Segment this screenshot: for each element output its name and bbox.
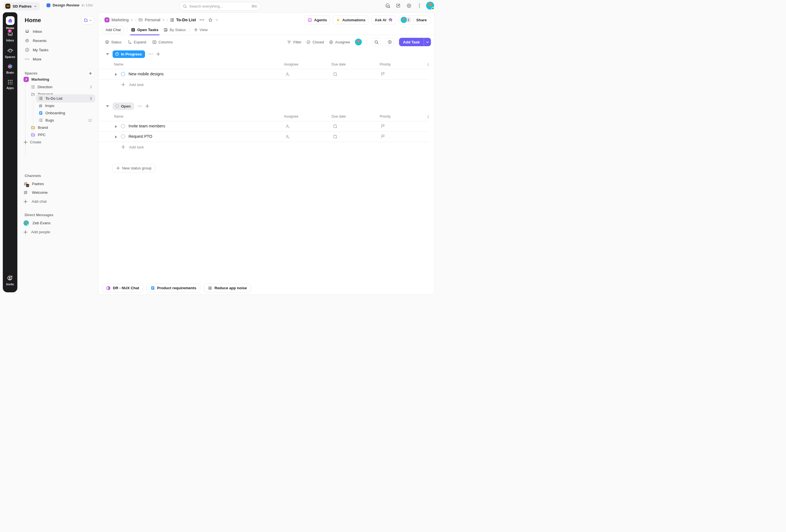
search-tasks-button[interactable] [372, 38, 380, 46]
column-name[interactable]: Name [114, 115, 123, 118]
task-status-circle[interactable] [121, 134, 125, 139]
list-item-todo-selected[interactable]: To-Do List [39, 95, 63, 102]
view-settings-button[interactable] [386, 38, 394, 46]
compose-button[interactable] [394, 2, 402, 9]
assignee-add-icon[interactable] [285, 134, 290, 139]
column-assignee[interactable]: Assignee [284, 63, 298, 66]
column-due-date[interactable]: Due date [331, 63, 346, 66]
column-name[interactable]: Name [114, 63, 123, 66]
closed-filter-button[interactable]: Closed [306, 40, 324, 44]
sidebar-compose-button[interactable] [81, 16, 94, 24]
collapse-group-toggle[interactable] [106, 105, 109, 107]
task-row[interactable]: Request PTO [98, 132, 429, 142]
column-due-date[interactable]: Due date [331, 115, 346, 118]
add-space-button[interactable] [87, 70, 94, 77]
tab-by-status[interactable]: By Status [162, 25, 187, 35]
task-name[interactable]: Invite team members [129, 124, 165, 128]
task-name[interactable]: New mobile designs [129, 72, 164, 76]
task-row[interactable]: Invite team members [98, 121, 429, 132]
rail-item-brain[interactable]: Brain [3, 63, 17, 74]
breadcrumb-space[interactable]: Marketing [105, 17, 133, 22]
status-pill-in-progress[interactable]: In Progress [113, 50, 145, 58]
list-item-bugs[interactable]: Bugs [39, 117, 54, 124]
breadcrumb-more-button[interactable]: ••• [200, 18, 205, 22]
space-item-marketing[interactable]: Marketing [24, 76, 49, 83]
doc-item-onboarding[interactable]: Onboarding [39, 110, 65, 116]
rail-item-home[interactable]: Home [3, 16, 17, 30]
task-row[interactable]: New mobile designs [98, 69, 429, 79]
rail-item-apps[interactable]: Apps [3, 79, 17, 90]
settings-button[interactable] [405, 2, 413, 9]
sidebar-item-recents[interactable]: Recents [21, 37, 95, 45]
sidebar-item-inbox[interactable]: Inbox [21, 27, 95, 35]
task-name[interactable]: Request PTO [129, 134, 152, 139]
channel-item-inspo[interactable]: Inspo [39, 102, 54, 109]
breadcrumb-folder[interactable]: Personal [138, 18, 165, 22]
list-item-direction[interactable]: Direction [31, 84, 52, 90]
chevron-down-icon[interactable] [215, 19, 218, 21]
footer-pill-doc[interactable]: Product requirements [147, 284, 200, 292]
add-chat-tab-button[interactable]: Add Chat [102, 26, 124, 33]
me-filter-avatar[interactable] [355, 39, 362, 45]
due-date-add-icon[interactable] [333, 124, 338, 129]
more-menu-button[interactable] [416, 2, 423, 9]
quick-task-button[interactable] [384, 2, 391, 9]
group-by-status-button[interactable]: Status [105, 40, 121, 44]
add-task-split-button[interactable]: Add Task [399, 38, 431, 46]
group-add-task-button[interactable] [156, 52, 160, 56]
ask-ai-button[interactable]: Ask AI [371, 16, 396, 24]
star-icon[interactable] [208, 18, 213, 22]
column-priority[interactable]: Priority [380, 115, 391, 118]
due-date-add-icon[interactable] [333, 72, 338, 76]
rail-item-spaces[interactable]: Spaces [3, 47, 17, 59]
footer-pill-noise[interactable]: Reduce app noise [204, 284, 251, 292]
channel-item-padres[interactable]: SD Padres [24, 180, 44, 187]
group-menu-button[interactable] [138, 106, 142, 107]
expand-task-toggle[interactable] [115, 73, 117, 76]
priority-flag-icon[interactable] [381, 72, 385, 76]
filter-button[interactable]: Filter [287, 40, 301, 44]
column-assignee[interactable]: Assignee [284, 115, 298, 118]
share-group[interactable]: 1 Share [399, 16, 431, 24]
task-status-circle[interactable] [121, 124, 125, 128]
add-task-inline[interactable]: Add task [98, 142, 429, 152]
task-status-circle[interactable] [121, 72, 125, 76]
meeting-indicator[interactable]: Design Review in 13m [46, 3, 93, 7]
automations-button[interactable]: Automations [333, 16, 369, 24]
priority-flag-icon[interactable] [381, 134, 385, 139]
rail-item-inbox[interactable]: 7 Inbox [3, 31, 17, 42]
sidebar-item-my-tasks[interactable]: My Tasks [21, 46, 95, 54]
rail-item-invite[interactable]: Invite [3, 275, 17, 286]
create-button[interactable]: Create [24, 139, 42, 146]
add-people-button[interactable]: Add people [24, 229, 50, 235]
breadcrumb-list[interactable]: To-Do List [170, 18, 196, 22]
group-add-task-button[interactable] [145, 104, 149, 108]
add-chat-button[interactable]: Add chat [24, 198, 46, 205]
assignee-filter-button[interactable]: Assignee [329, 40, 350, 44]
columns-button[interactable]: Columns [152, 40, 173, 44]
column-priority[interactable]: Priority [380, 63, 391, 66]
new-status-group-button[interactable]: New status group [112, 164, 156, 172]
due-date-add-icon[interactable] [333, 134, 338, 139]
agents-button[interactable]: Agents [304, 16, 330, 24]
assignee-add-icon[interactable] [285, 124, 290, 129]
expand-task-toggle[interactable] [115, 125, 117, 128]
collapse-group-toggle[interactable] [106, 53, 109, 55]
workspace-switcher[interactable]: SD SD Padres [3, 2, 40, 10]
expand-button[interactable]: Expand [128, 40, 146, 44]
folder-item-ppc[interactable]: PPC [31, 131, 46, 138]
channel-item-welcome[interactable]: Welcome [24, 189, 48, 196]
expand-task-toggle[interactable] [115, 136, 117, 138]
sidebar-item-more[interactable]: More [21, 55, 95, 63]
add-task-inline[interactable]: Add task [98, 79, 429, 90]
folder-item-brand[interactable]: Brand [31, 124, 48, 131]
add-task-button[interactable]: Add Task [399, 38, 424, 46]
add-task-dropdown[interactable] [424, 38, 431, 46]
status-pill-open[interactable]: Open [113, 102, 134, 110]
add-view-button[interactable]: View [193, 25, 209, 35]
group-menu-button[interactable] [149, 53, 153, 54]
assignee-add-icon[interactable] [285, 72, 290, 76]
tab-open-tasks[interactable]: Open Tasks [130, 25, 160, 35]
search-input[interactable]: Search everything... ⌘K [179, 2, 261, 10]
user-avatar[interactable] [426, 2, 434, 9]
